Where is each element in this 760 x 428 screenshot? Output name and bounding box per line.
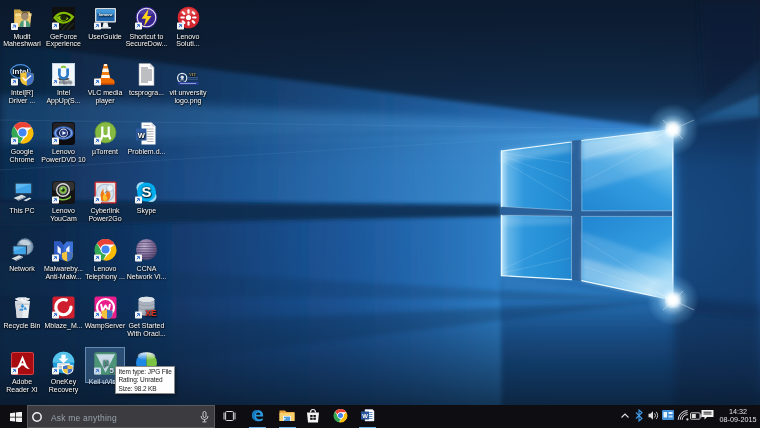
svg-text:lenovo: lenovo [98,12,112,17]
svg-text:XE: XE [145,308,157,318]
svg-text:W: W [362,413,368,419]
svg-text:VIT: VIT [188,72,195,77]
svg-text:S: S [141,183,151,200]
svg-text:W: W [138,131,146,140]
